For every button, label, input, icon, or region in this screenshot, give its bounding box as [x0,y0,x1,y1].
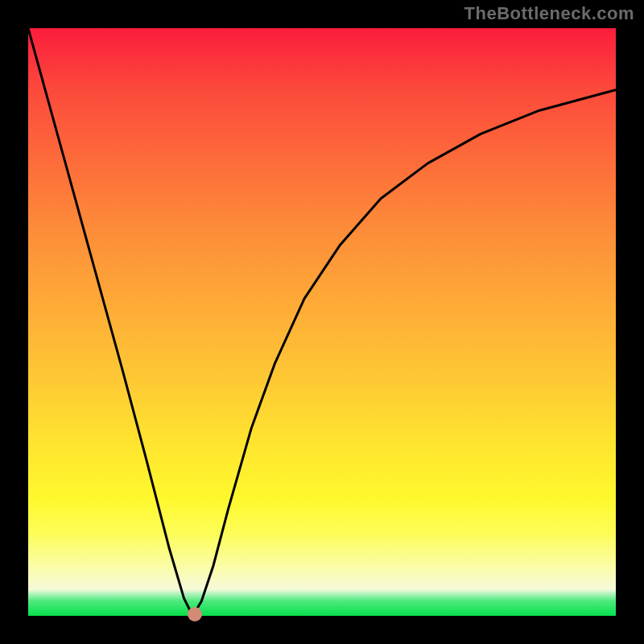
bottleneck-curve [28,28,616,616]
plot-area [28,28,616,616]
outer-frame: TheBottleneck.com [0,0,644,644]
watermark-text: TheBottleneck.com [464,3,634,24]
min-marker-dot [188,607,202,621]
